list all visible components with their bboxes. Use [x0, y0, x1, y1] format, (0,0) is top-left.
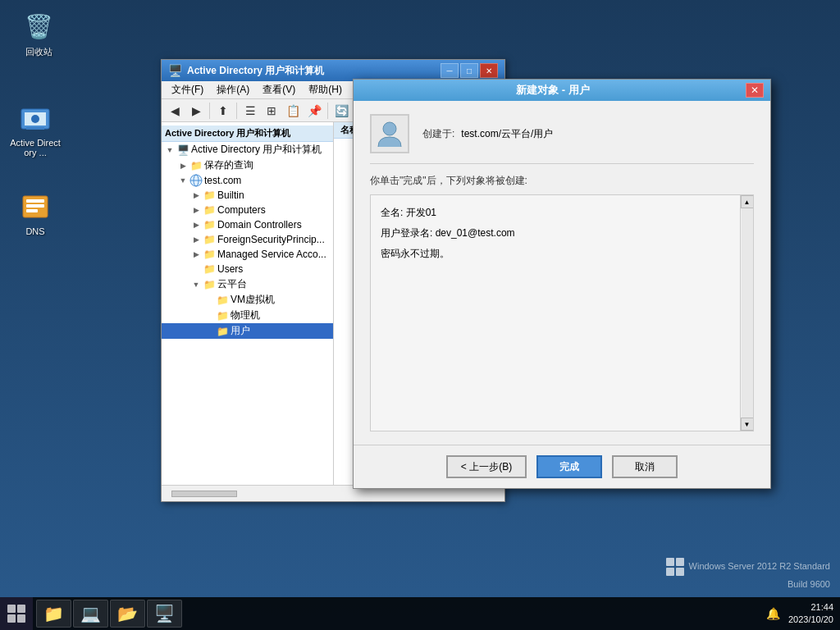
- finish-button[interactable]: 完成: [536, 455, 602, 478]
- svg-rect-3: [26, 127, 44, 130]
- tree-toggle-domain: ▶: [189, 221, 203, 229]
- active-directory-icon: [19, 102, 52, 135]
- dialog-path-info: 创建于: test.com/云平台/用户: [422, 127, 553, 141]
- cancel-button[interactable]: 取消: [612, 455, 678, 478]
- tree-item-saved-queries[interactable]: ▶ 📁 保存的查询: [162, 158, 333, 173]
- toolbar-forward[interactable]: ▶: [186, 102, 206, 120]
- toolbar-sep-1: [209, 103, 210, 119]
- scrollbar-right[interactable]: ▲ ▼: [740, 195, 753, 431]
- toolbar-up[interactable]: ⬆: [213, 102, 233, 120]
- toolbar-detail[interactable]: ⊞: [262, 102, 281, 120]
- toolbar-list[interactable]: ☰: [240, 102, 260, 120]
- tree-item-managed[interactable]: ▶ 📁 Managed Service Acco...: [162, 247, 333, 262]
- tree-label-domain: Domain Controllers: [217, 219, 302, 231]
- dialog-content: 创建于: test.com/云平台/用户 你单击"完成"后，下列对象将被创建: …: [354, 101, 770, 445]
- toolbar-paste[interactable]: 📌: [304, 102, 324, 120]
- taskbar-icon-0: 📁: [43, 604, 64, 623]
- toolbar-sep-3: [327, 103, 328, 119]
- desktop-icon-recycle-bin[interactable]: 🗑️ 回收站: [10, 7, 67, 62]
- scroll-down-arrow[interactable]: ▼: [741, 418, 754, 431]
- tree-panel: Active Directory 用户和计算机 ▼ 🖥️ Active Dire…: [162, 122, 334, 485]
- win-logo-icon: [666, 558, 684, 576]
- menu-help[interactable]: 帮助(H): [302, 81, 349, 98]
- tree-icon-vm: 📁: [216, 294, 229, 307]
- active-directory-label: Active Directory ...: [10, 138, 61, 158]
- menu-action[interactable]: 操作(A): [210, 81, 256, 98]
- tree-label-testcom: test.com: [204, 175, 241, 186]
- tree-label-physical: 物理机: [231, 308, 260, 322]
- start-button[interactable]: [0, 597, 33, 630]
- taskbar-icon-2: 📂: [117, 604, 138, 623]
- tree-icon-physical: 📁: [216, 309, 229, 322]
- svg-rect-7: [26, 209, 38, 212]
- tree-item-physical[interactable]: 📁 物理机: [162, 308, 333, 323]
- tree-item-computers[interactable]: ▶ 📁 Computers: [162, 203, 333, 217]
- desktop-icon-active-directory[interactable]: Active Directory ...: [7, 98, 64, 161]
- tree-item-users[interactable]: 📁 Users: [162, 262, 333, 276]
- clock-date: 2023/10/20: [788, 614, 833, 626]
- dialog-info-fullname: 全名: 开发01: [381, 205, 728, 221]
- scroll-up-arrow[interactable]: ▲: [741, 195, 754, 208]
- tree-label-users: Users: [217, 263, 243, 275]
- tree-toggle-users2: [203, 327, 216, 336]
- scroll-track: [742, 208, 753, 418]
- tree-icon-saved: 📁: [189, 159, 203, 172]
- tree-toggle-root: ▼: [163, 146, 176, 154]
- minimize-button[interactable]: ─: [441, 63, 459, 78]
- tree-toggle-saved: ▶: [176, 162, 189, 170]
- taskbar-item-2[interactable]: 📂: [110, 600, 145, 628]
- dialog-info-logon: 用户登录名: dev_01@test.com: [381, 226, 728, 241]
- toolbar-refresh[interactable]: 🔄: [331, 102, 351, 120]
- tree-icon-root: 🖥️: [176, 144, 189, 157]
- tree-label-users2: 用户: [231, 324, 250, 338]
- taskbar-clock: 21:44 2023/10/20: [788, 601, 833, 627]
- dialog-path-value: test.com/云平台/用户: [461, 127, 553, 141]
- tree-icon-builtin: 📁: [203, 189, 216, 202]
- tree-item-root[interactable]: ▼ 🖥️ Active Directory 用户和计算机: [162, 142, 333, 158]
- tree-icon-testcom: [189, 174, 203, 187]
- tree-icon-users: 📁: [203, 262, 216, 276]
- tree-label-yunpingtai: 云平台: [217, 277, 247, 291]
- taskbar-item-3[interactable]: 🖥️: [147, 600, 182, 628]
- tree-toggle-vm: [203, 296, 216, 304]
- tree-item-vm[interactable]: 📁 VM虚拟机: [162, 292, 333, 308]
- tree-item-yunpingtai[interactable]: ▼ 📁 云平台: [162, 276, 333, 292]
- tree-label-saved: 保存的查询: [204, 158, 253, 172]
- tree-item-foreign[interactable]: ▶ 📁 ForeignSecurityPrincip...: [162, 232, 333, 247]
- taskbar-icon-1: 💻: [80, 604, 101, 623]
- tree-item-domain-controllers[interactable]: ▶ 📁 Domain Controllers: [162, 217, 333, 232]
- tree-label-root: Active Directory 用户和计算机: [191, 143, 322, 157]
- toolbar-copy[interactable]: 📋: [283, 102, 303, 120]
- svg-point-2: [31, 115, 39, 123]
- menu-file[interactable]: 文件(F): [165, 81, 210, 98]
- tree-label-builtin: Builtin: [217, 189, 244, 201]
- win-watermark-line2: Build 9600: [666, 578, 830, 591]
- desktop-icon-dns[interactable]: DNS: [7, 187, 64, 240]
- window-controls: ─ □ ✕: [441, 63, 498, 78]
- taskbar-item-0[interactable]: 📁: [36, 600, 71, 628]
- start-icon: [7, 605, 25, 623]
- tree-header: Active Directory 用户和计算机: [162, 126, 333, 142]
- maximize-button[interactable]: □: [460, 63, 478, 78]
- win-watermark-line1: Windows Server 2012 R2 Standard: [689, 559, 830, 573]
- tree-item-testcom[interactable]: ▼ test.com: [162, 173, 333, 188]
- menu-view[interactable]: 查看(V): [256, 81, 302, 98]
- close-button[interactable]: ✕: [480, 63, 498, 78]
- notification-icon[interactable]: 🔔: [765, 600, 782, 628]
- toolbar-back[interactable]: ◀: [165, 102, 185, 120]
- tree-toggle-yunpingtai: ▼: [189, 281, 203, 289]
- taskbar-items: 📁 💻 📂 🖥️: [33, 597, 759, 630]
- dialog-close-button[interactable]: ✕: [746, 83, 764, 98]
- statusbar-slider[interactable]: [171, 491, 237, 497]
- tree-item-users2[interactable]: 📁 用户: [162, 323, 333, 339]
- prev-button[interactable]: < 上一步(B): [446, 455, 527, 478]
- dialog-info-password: 密码永不过期。: [381, 246, 728, 262]
- windows-watermark: Windows Server 2012 R2 Standard Build 96…: [666, 558, 830, 591]
- dialog-path-label: 创建于:: [422, 127, 454, 141]
- tree-item-builtin[interactable]: ▶ 📁 Builtin: [162, 188, 333, 203]
- dialog-notice: 你单击"完成"后，下列对象将被创建:: [370, 174, 754, 188]
- taskbar-item-1[interactable]: 💻: [73, 600, 108, 628]
- dialog-titlebar[interactable]: 新建对象 - 用户 ✕: [354, 80, 770, 101]
- dialog-title: 新建对象 - 用户: [360, 83, 746, 98]
- main-window-title: Active Directory 用户和计算机: [187, 64, 441, 78]
